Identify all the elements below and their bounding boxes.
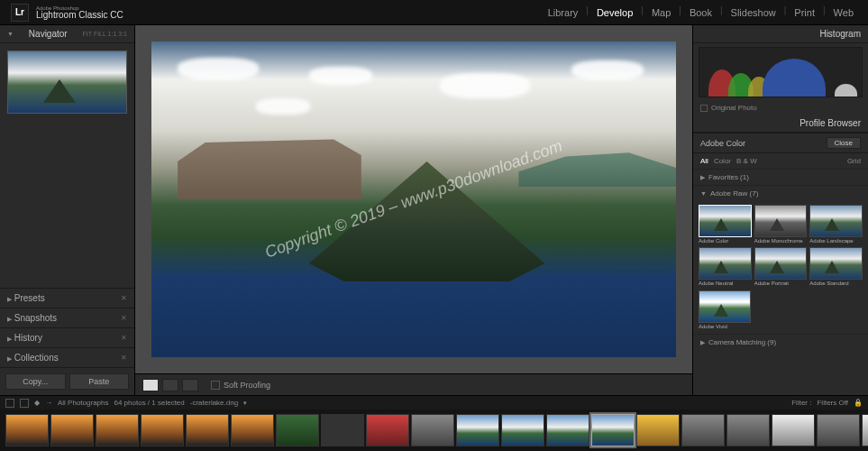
histogram-header[interactable]: Histogram <box>693 25 868 43</box>
camera-matching-label: Camera Matching (9) <box>708 338 776 346</box>
filter-all[interactable]: All <box>700 157 708 165</box>
module-book[interactable]: Book <box>686 5 716 20</box>
profile-label: Adobe Portrait <box>754 280 808 287</box>
main-photo[interactable]: Copyright © 2019 – www.p30download.com <box>151 41 676 357</box>
profile-filter-row: All Color B & W Grid <box>693 152 868 169</box>
navigator-preview[interactable] <box>0 43 134 121</box>
module-develop[interactable]: Develop <box>593 5 636 20</box>
profile-browser-header[interactable]: Profile Browser <box>693 115 868 133</box>
before-after-button[interactable] <box>162 379 178 391</box>
canvas[interactable]: Copyright © 2019 – www.p30download.com <box>135 25 692 373</box>
left-panel: ▼ Navigator FIT FILL 1:1 3:1 ▶ Presets✕ … <box>0 25 135 395</box>
copy-button[interactable]: Copy... <box>5 373 66 390</box>
profile-adobe-vivid[interactable]: Adobe Vivid <box>699 290 751 330</box>
filmstrip-thumb[interactable] <box>817 414 860 446</box>
navigator-title: Navigator <box>29 29 68 39</box>
current-profile-name: Adobe Color <box>700 139 745 148</box>
filmstrip-thumb[interactable] <box>546 414 589 446</box>
module-map[interactable]: Map <box>648 5 674 20</box>
filter-color[interactable]: Color <box>714 157 731 165</box>
panel-presets[interactable]: ▶ Presets✕ <box>0 288 134 308</box>
filmstrip-header: ◆ → All Photographs 64 photos / 1 select… <box>0 395 868 410</box>
filter-lock-icon[interactable]: 🔒 <box>854 399 863 407</box>
profile-adobe-landscape[interactable]: Adobe Landscape <box>809 205 863 244</box>
filename-dropdown-icon[interactable]: ▾ <box>243 400 247 407</box>
app-titlebar: Lr Adobe Photoshop Lightroom Classic CC … <box>0 0 868 25</box>
collections-label: Collections <box>14 353 59 363</box>
profile-label: Adobe Vivid <box>699 323 751 330</box>
close-icon[interactable]: ✕ <box>121 334 127 342</box>
panel-history[interactable]: ▶ History✕ <box>0 327 134 347</box>
module-web[interactable]: Web <box>830 5 857 20</box>
develop-toolbar: Soft Proofing <box>135 373 692 395</box>
profile-adobe-monochrome[interactable]: Adobe Monochrome <box>754 205 808 244</box>
module-picker: Library| Develop| Map| Book| Slideshow| … <box>544 5 857 20</box>
filmstrip-thumb[interactable] <box>276 414 319 446</box>
filmstrip-thumb[interactable] <box>726 414 770 446</box>
panel-collections[interactable]: ▶ Collections✕ <box>0 347 134 367</box>
filmstrip-thumb[interactable] <box>50 414 94 446</box>
presets-label: Presets <box>14 293 45 303</box>
filmstrip-thumb-selected[interactable] <box>591 414 635 446</box>
filmstrip-thumb[interactable] <box>862 414 868 446</box>
profile-adobe-neutral[interactable]: Adobe Neutral <box>699 247 752 287</box>
favorites-label: Favorites (1) <box>708 173 749 181</box>
soft-proofing-label: Soft Proofing <box>224 381 270 390</box>
filmstrip-filename: -craterlake.dng <box>190 399 238 407</box>
filmstrip-thumb[interactable] <box>321 414 364 446</box>
jump-forward-icon[interactable]: → <box>45 399 52 407</box>
original-photo-toggle[interactable]: Original Photo <box>693 101 868 115</box>
profile-adobe-portrait[interactable]: Adobe Portrait <box>754 247 808 287</box>
soft-proofing-checkbox[interactable] <box>211 381 220 390</box>
grid-view-button[interactable] <box>20 399 29 408</box>
favorites-section[interactable]: ▶Favorites (1) <box>693 169 868 185</box>
navigator-thumbnail[interactable] <box>7 51 127 114</box>
filmstrip[interactable] <box>0 410 868 451</box>
camera-matching-section[interactable]: ▶Camera Matching (9) <box>693 334 868 350</box>
close-icon[interactable]: ✕ <box>121 294 127 302</box>
filmstrip-thumb[interactable] <box>501 414 544 446</box>
profile-browser-label: Profile Browser <box>799 118 861 128</box>
filmstrip-thumb[interactable] <box>681 414 725 446</box>
histogram-label: Histogram <box>819 29 861 39</box>
filmstrip-thumb[interactable] <box>772 414 815 446</box>
compare-view-button[interactable] <box>182 379 198 391</box>
loupe-view-button[interactable] <box>142 379 159 391</box>
navigator-zoom-modes[interactable]: FIT FILL 1:1 3:1 <box>83 31 127 37</box>
module-library[interactable]: Library <box>544 5 582 20</box>
filmstrip-thumb[interactable] <box>411 414 454 446</box>
navigator-disclosure[interactable]: ▼ <box>7 31 14 37</box>
brand: Lr Adobe Photoshop Lightroom Classic CC <box>11 4 123 22</box>
filmstrip-thumb[interactable] <box>456 414 499 446</box>
filmstrip-thumb[interactable] <box>96 414 139 446</box>
filmstrip-thumb[interactable] <box>186 414 229 446</box>
filmstrip-thumb[interactable] <box>141 414 184 446</box>
navigator-header[interactable]: ▼ Navigator FIT FILL 1:1 3:1 <box>0 25 134 43</box>
histogram[interactable] <box>699 47 863 97</box>
profile-adobe-standard[interactable]: Adobe Standard <box>809 247 863 287</box>
filters-off-button[interactable]: Filters Off <box>817 399 848 407</box>
profile-label: Adobe Color <box>699 237 752 244</box>
adobe-raw-section[interactable]: ▼Adobe Raw (7) <box>693 185 868 201</box>
close-profile-browser-button[interactable]: Close <box>827 137 861 149</box>
paste-button[interactable]: Paste <box>69 373 130 390</box>
profile-view-mode[interactable]: Grid <box>847 157 861 165</box>
center-area: Copyright © 2019 – www.p30download.com S… <box>135 25 692 395</box>
close-icon[interactable]: ✕ <box>121 314 127 322</box>
second-window-button[interactable] <box>5 399 14 408</box>
filmstrip-thumb[interactable] <box>231 414 274 446</box>
filmstrip-source[interactable]: All Photographs <box>58 399 108 407</box>
filter-bw[interactable]: B & W <box>736 157 757 165</box>
filmstrip-thumb[interactable] <box>366 414 409 446</box>
profile-adobe-color[interactable]: Adobe Color <box>699 205 752 244</box>
filmstrip-thumb[interactable] <box>636 414 680 446</box>
panel-snapshots[interactable]: ▶ Snapshots✕ <box>0 308 134 327</box>
module-print[interactable]: Print <box>790 5 818 20</box>
close-icon[interactable]: ✕ <box>121 354 127 362</box>
adobe-raw-label: Adobe Raw (7) <box>710 189 758 198</box>
original-photo-label: Original Photo <box>711 104 757 112</box>
jump-back-icon[interactable]: ◆ <box>34 399 40 407</box>
filmstrip-thumb[interactable] <box>5 414 49 446</box>
module-slideshow[interactable]: Slideshow <box>727 5 780 20</box>
profile-label: Adobe Landscape <box>809 237 863 244</box>
